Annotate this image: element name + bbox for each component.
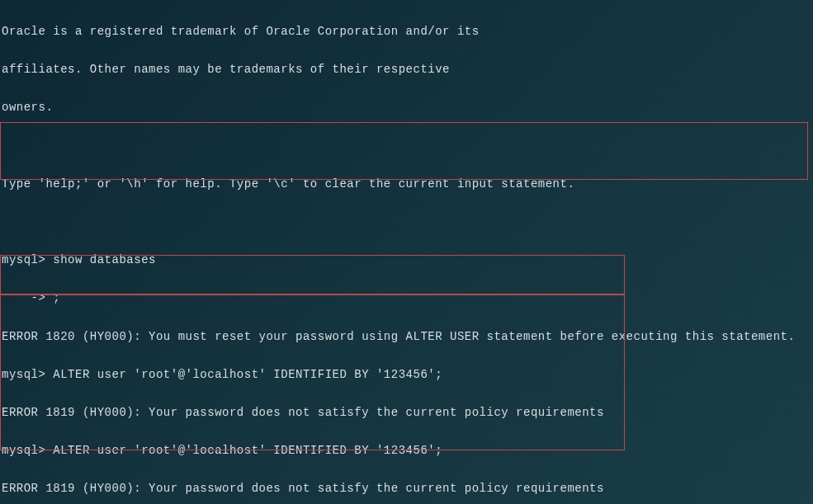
intro-line: owners.	[2, 98, 811, 117]
blank-line	[2, 213, 811, 232]
intro-line: Oracle is a registered trademark of Orac…	[2, 22, 811, 41]
error-line: ERROR 1819 (HY000): Your password does n…	[2, 479, 811, 498]
highlight-box-2	[0, 255, 625, 294]
highlight-box-3	[0, 294, 625, 450]
intro-line: affiliates. Other names may be trademark…	[2, 60, 811, 79]
highlight-box-1	[0, 122, 808, 180]
